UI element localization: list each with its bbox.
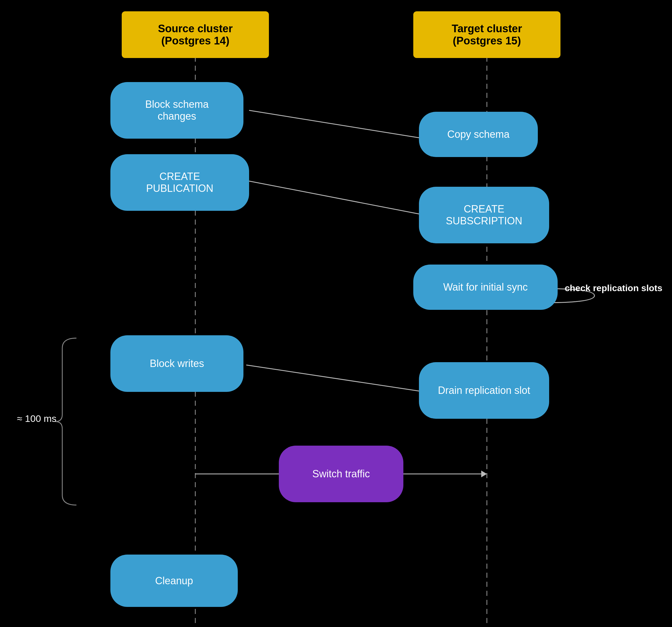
create-subscription-node: CREATESUBSCRIPTION [419,187,549,243]
wait-initial-sync-node: Wait for initial sync [413,265,558,310]
source-cluster-box: Source cluster (Postgres 14) [122,11,269,58]
target-cluster-line2: (Postgres 15) [452,35,522,47]
svg-marker-12 [481,471,487,477]
cleanup-node: Cleanup [111,555,238,607]
target-cluster-line1: Target cluster [452,23,522,35]
approx-100ms-label: ≈ 100 ms [17,413,56,424]
svg-line-7 [246,365,425,392]
copy-schema-node: Copy schema [419,112,538,157]
target-cluster-box: Target cluster (Postgres 15) [413,11,560,58]
check-replication-label: check replication slots [565,283,663,294]
drain-replication-slot-node: Drain replication slot [419,362,549,419]
source-cluster-line1: Source cluster [158,23,233,35]
svg-line-4 [249,181,425,215]
switch-traffic-node: Switch traffic [279,446,403,502]
diagram-lines [0,0,672,627]
source-cluster-line2: (Postgres 14) [158,35,233,47]
diagram-container: Source cluster (Postgres 14) Target clus… [0,0,672,627]
create-publication-node: CREATEPUBLICATION [111,154,249,211]
block-writes-label: Block writes [150,358,204,370]
create-subscription-label: CREATESUBSCRIPTION [446,203,522,227]
copy-schema-label: Copy schema [447,128,509,140]
block-schema-node: Block schemachanges [111,82,243,139]
block-writes-node: Block writes [111,335,243,392]
switch-traffic-label: Switch traffic [312,468,370,480]
block-schema-label: Block schemachanges [145,98,209,122]
cleanup-label: Cleanup [155,575,193,587]
create-publication-label: CREATEPUBLICATION [146,171,213,194]
svg-line-2 [249,110,425,139]
drain-replication-slot-label: Drain replication slot [438,384,530,396]
wait-initial-sync-label: Wait for initial sync [443,281,528,293]
